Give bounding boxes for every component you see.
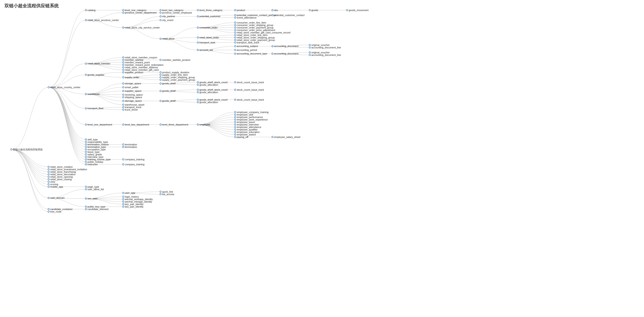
tree-node-dot[interactable]: [122, 106, 124, 108]
tree-node-dot[interactable]: [309, 44, 311, 46]
tree-node[interactable]: catalog: [85, 9, 96, 12]
tree-node-dot[interactable]: [160, 124, 162, 126]
tree-node-dot[interactable]: [234, 42, 236, 44]
tree-node-dot[interactable]: [160, 16, 162, 17]
tree-node[interactable]: shipping_space: [122, 96, 142, 98]
tree-node-dot[interactable]: [272, 46, 274, 47]
tree-node-dot[interactable]: [85, 144, 87, 146]
tree-node[interactable]: termination: [122, 146, 137, 148]
tree-node-dot[interactable]: [234, 99, 236, 100]
tree-node-dot[interactable]: [122, 164, 124, 165]
tree-node-dot[interactable]: [234, 134, 236, 136]
tree-node-dot[interactable]: [85, 208, 87, 210]
tree-node-dot[interactable]: [85, 20, 87, 21]
tree-node-dot[interactable]: [197, 102, 199, 103]
tree-node-dot[interactable]: [234, 39, 236, 41]
tree-node-dot[interactable]: [122, 109, 124, 110]
tree-node[interactable]: goods_allocation: [197, 84, 218, 86]
tree-node[interactable]: member_wishlist_product: [160, 58, 190, 61]
tree-node-dot[interactable]: [85, 186, 87, 188]
tree-node-dot[interactable]: [234, 119, 236, 120]
tree-node-dot[interactable]: [234, 82, 236, 83]
tree-node-dot[interactable]: [234, 17, 236, 18]
tree-node[interactable]: user_domain: [48, 196, 65, 199]
tree-node[interactable]: accounting_document: [272, 52, 298, 55]
tree-node-dot[interactable]: [160, 72, 162, 73]
tree-node-dot[interactable]: [234, 46, 236, 47]
tree-node[interactable]: stock_count_issue_track: [234, 81, 264, 84]
tree-node-dot[interactable]: [48, 174, 50, 175]
tree-node[interactable]: supply_order_payment_group: [160, 78, 195, 81]
tree-node[interactable]: user_allow_list: [85, 188, 104, 190]
tree-node-dot[interactable]: [234, 136, 236, 138]
tree-node-dot[interactable]: [122, 124, 124, 126]
tree-node[interactable]: key_pair_identity: [122, 205, 144, 208]
tree-node[interactable]: tree_node: [48, 210, 62, 213]
tree-node[interactable]: goods_allocation: [197, 101, 218, 104]
tree-node-dot[interactable]: [234, 89, 236, 91]
tree-node[interactable]: accounting_document_line: [309, 46, 341, 49]
tree-node-dot[interactable]: [234, 112, 236, 113]
tree-node-dot[interactable]: [309, 54, 311, 56]
tree-node-dot[interactable]: [160, 10, 162, 11]
tree-node-dot[interactable]: [234, 32, 236, 34]
tree-node-dot[interactable]: [122, 72, 124, 73]
tree-node-dot[interactable]: [122, 57, 124, 58]
tree-node[interactable]: employee_salary_sheet: [272, 136, 300, 138]
tree-node[interactable]: city_partner: [160, 15, 175, 18]
tree-node-dot[interactable]: [122, 77, 124, 78]
tree-node[interactable]: province_center_department: [122, 11, 157, 14]
tree-node-dot[interactable]: [122, 192, 124, 194]
tree-node[interactable]: potential_customer_contact: [272, 14, 304, 16]
tree-node-dot[interactable]: [160, 12, 162, 14]
tree-node[interactable]: stock_count_issue_track: [234, 88, 264, 91]
tree-node-dot[interactable]: [122, 94, 124, 96]
tree-node[interactable]: truck_driver: [122, 108, 138, 111]
tree-node-dot[interactable]: [197, 42, 199, 44]
tree-node-dot[interactable]: [197, 49, 199, 51]
tree-node-dot[interactable]: [85, 151, 87, 153]
tree-node[interactable]: sku: [272, 9, 278, 12]
tree-node-dot[interactable]: [122, 27, 124, 28]
tree-node-dot[interactable]: [122, 144, 124, 146]
tree-node-dot[interactable]: [234, 122, 236, 123]
tree-node-dot[interactable]: [85, 156, 87, 158]
tree-node-dot[interactable]: [122, 62, 124, 63]
tree-node[interactable]: retail_store_city_service_center: [122, 26, 160, 29]
tree-node-dot[interactable]: [85, 154, 87, 155]
tree-node-dot[interactable]: [234, 14, 236, 16]
tree-node-dot[interactable]: [197, 99, 199, 100]
tree-node[interactable]: supplier_space: [122, 90, 142, 92]
tree-node-dot[interactable]: [122, 86, 124, 88]
tree-node-dot[interactable]: [160, 100, 162, 102]
tree-node[interactable]: accounting_period: [234, 48, 257, 51]
tree-node-dot[interactable]: [48, 211, 50, 212]
tree-node[interactable]: mobile_app: [48, 186, 63, 188]
tree-node-dot[interactable]: [234, 22, 236, 24]
tree-node-dot[interactable]: [48, 169, 50, 170]
tree-node[interactable]: damage_space: [122, 100, 142, 102]
tree-node-dot[interactable]: [160, 20, 162, 21]
tree-node[interactable]: company_training: [122, 163, 144, 166]
tree-node[interactable]: goods_allocation: [197, 91, 218, 94]
tree-node-dot[interactable]: [85, 124, 87, 126]
tree-node-dot[interactable]: [160, 191, 162, 193]
tree-node-dot[interactable]: [346, 10, 348, 11]
tree-node-dot[interactable]: [309, 52, 311, 53]
tree-node-dot[interactable]: [48, 208, 50, 210]
tree-node-dot[interactable]: [48, 166, 50, 168]
tree-node[interactable]: level_three_department: [160, 123, 188, 126]
tree-node[interactable]: accounting_document: [272, 45, 298, 48]
tree-node[interactable]: level_two_department: [122, 123, 149, 126]
tree-node-dot[interactable]: [122, 10, 124, 11]
tree-node-dot[interactable]: [85, 141, 87, 143]
tree-node-dot[interactable]: [197, 92, 199, 93]
tree-node-dot[interactable]: [122, 206, 124, 208]
tree-node-dot[interactable]: [85, 146, 87, 148]
tree-node-dot[interactable]: [122, 12, 124, 14]
tree-node-dot[interactable]: [85, 10, 87, 11]
tree-node-dot[interactable]: [85, 161, 87, 163]
tree-node[interactable]: goods_shelf: [160, 82, 176, 85]
tree-node-dot[interactable]: [85, 74, 87, 76]
tree-node-dot[interactable]: [48, 171, 50, 173]
